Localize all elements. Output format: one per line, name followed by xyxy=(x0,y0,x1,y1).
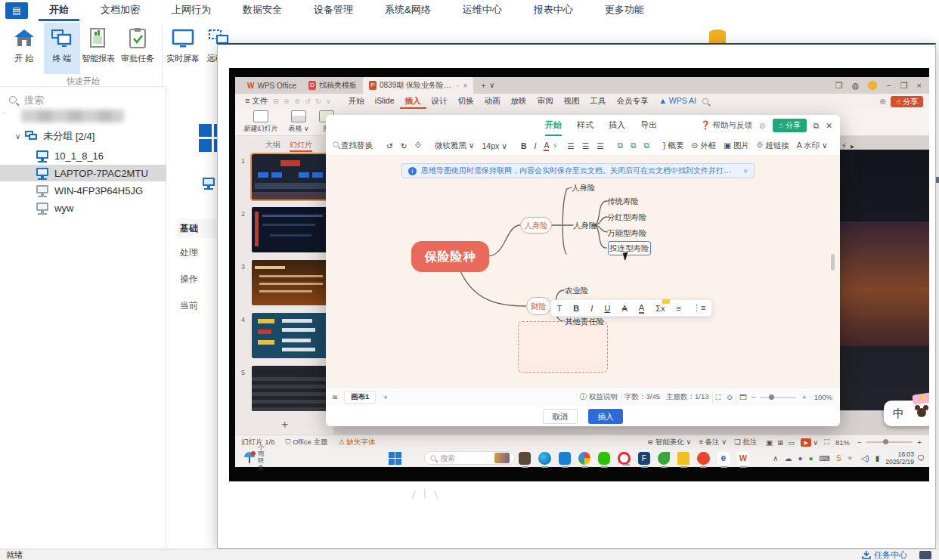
align-center-icon[interactable]: ☰ xyxy=(582,141,589,150)
taskbar-search-input[interactable] xyxy=(440,454,493,463)
history-icon[interactable]: ⊘ xyxy=(759,121,766,130)
app-logo-icon[interactable]: ▤ xyxy=(5,2,28,19)
wps-menu-item[interactable]: 动画 xyxy=(479,94,506,109)
italic-icon[interactable]: I xyxy=(535,141,537,150)
outline-tab[interactable]: 大纲 xyxy=(265,140,280,152)
edge-icon[interactable] xyxy=(538,452,550,465)
device-row[interactable]: 10_1_8_16 xyxy=(0,147,166,164)
approval-task-button[interactable]: 审批任务 xyxy=(119,23,156,74)
zoom-in-icon[interactable]: ＋ xyxy=(916,438,924,447)
zoom-value[interactable]: 81% xyxy=(835,438,850,447)
menu-doc-encrypt[interactable]: 文档加密 xyxy=(90,0,150,21)
font-color-icon[interactable]: A xyxy=(544,141,549,151)
mindmap-canvas[interactable]: i 思维导图使用时需保持联网，内容会实时保存至云文档。关闭后可在云文档中找到文件… xyxy=(326,156,840,387)
ie-icon[interactable]: e xyxy=(717,452,730,465)
help-feedback-link[interactable]: ❓ 帮助与反馈 xyxy=(700,120,752,131)
upload-circle-icon[interactable]: ⊕ xyxy=(879,97,886,106)
lang-tray-icon[interactable]: ⌨ xyxy=(820,454,830,463)
wechat-icon[interactable] xyxy=(598,452,610,465)
menu-system-network[interactable]: 系统&网络 xyxy=(374,0,442,21)
insert-image-button[interactable]: ▣ 图片 xyxy=(724,141,749,151)
fullscreen-icon[interactable]: ⛶ xyxy=(716,393,721,402)
slide-thumbnail-3[interactable] xyxy=(252,260,330,305)
close-icon[interactable]: × xyxy=(917,81,922,90)
locate-icon[interactable]: ⊙ xyxy=(727,393,733,401)
normal-view-icon[interactable]: ▣ xyxy=(766,438,773,447)
device-group-row[interactable]: ∨ 未分组 [2/4] xyxy=(0,128,166,144)
device-row[interactable]: WIN-4FP3P64H5JG xyxy=(0,182,166,199)
zoom-out-icon[interactable]: − xyxy=(857,438,862,447)
remote-screen-viewport[interactable]: W WPS Office D 找稿类模板 P 0839期 保险业务险种分类。 ◦… xyxy=(229,68,929,481)
chevron-down-icon[interactable]: ∨ xyxy=(813,438,818,447)
restore-icon[interactable]: ❐ xyxy=(900,81,908,91)
wps-menu-item[interactable]: 开始 xyxy=(343,94,370,109)
insert-button[interactable]: 插入 xyxy=(588,409,623,424)
mini-window-icon[interactable] xyxy=(919,551,931,559)
slide-thumbnail-2[interactable] xyxy=(252,207,330,252)
menu-home[interactable]: 开始 xyxy=(39,0,79,21)
store-icon[interactable] xyxy=(559,452,571,465)
redacted-root-item[interactable] xyxy=(21,110,124,122)
wps-file-menu[interactable]: ≡ 文件 xyxy=(240,94,273,109)
mindmap-leaf[interactable]: 农业险 xyxy=(565,286,589,296)
comments-button[interactable]: ❏ 批注 xyxy=(734,438,757,447)
align-left-icon[interactable]: ☰ xyxy=(567,141,574,150)
volume-icon[interactable]: ◁) xyxy=(861,454,869,463)
minimap-icon[interactable]: 🗔 xyxy=(739,393,747,401)
mindmap-group-frame[interactable] xyxy=(518,321,608,373)
wps-menu-item[interactable]: 审阅 xyxy=(532,94,559,109)
minimize-icon[interactable]: − xyxy=(886,81,891,90)
close-tab-icon[interactable]: × xyxy=(463,82,468,90)
tray-expand-icon[interactable]: ∧ xyxy=(773,454,778,463)
start-button-win[interactable] xyxy=(389,452,417,465)
theme-label[interactable]: ⛉ Office 主题 xyxy=(285,438,327,447)
slide-thumbnail-5[interactable] xyxy=(252,366,330,411)
align-right-icon[interactable]: ☰ xyxy=(597,141,603,150)
purple-tray-icon[interactable]: ● xyxy=(798,454,802,463)
cancel-button[interactable]: 取消 xyxy=(543,409,578,424)
wps-menu-item[interactable]: 视图 xyxy=(559,94,585,109)
sogou-tray-icon[interactable]: S xyxy=(836,454,841,463)
wps-menu-item[interactable]: 切换 xyxy=(453,94,479,109)
dialog-tab-insert[interactable]: 插入 xyxy=(609,115,625,136)
wps-menu-item[interactable]: 工具 xyxy=(585,94,612,109)
tree-root-expander[interactable]: ` xyxy=(3,113,5,121)
mindmap-leaf[interactable]: 其他责任险 xyxy=(565,317,605,327)
wps-menu-item[interactable]: 设计 xyxy=(426,94,453,109)
opera-icon[interactable] xyxy=(618,452,631,465)
quick-save-icons[interactable]: ⊟ ⊖ ⊜ ↺ ↻ ∨ xyxy=(273,97,333,105)
watermark-button[interactable]: A 水印 ∨ xyxy=(797,141,828,151)
toolbar-more-icon[interactable]: ▸ xyxy=(851,141,854,150)
flash-icon[interactable]: ⚡ xyxy=(841,141,847,150)
zoom-in-icon[interactable]: ＋ xyxy=(801,392,808,402)
search-icon[interactable] xyxy=(702,98,708,104)
green-tray-icon[interactable]: ● xyxy=(808,454,813,463)
wps-menu-item-insert[interactable]: 插入 xyxy=(400,94,426,109)
insert-subtopic-icon[interactable]: ⧉ xyxy=(631,141,637,150)
canvas-scrollbar[interactable] xyxy=(831,254,835,271)
mindmap-leaf[interactable]: 万能型寿险 xyxy=(607,228,647,239)
slide-thumbnail-1[interactable] xyxy=(252,154,330,200)
wps-menu-item[interactable]: 放映 xyxy=(506,94,532,109)
avatar[interactable] xyxy=(868,81,877,90)
wps-doc-tab[interactable]: D 找稿类模板 xyxy=(302,77,363,94)
taskbar-search[interactable] xyxy=(424,451,515,465)
smart-report-button[interactable]: 智能报表 xyxy=(80,23,116,74)
cloud-tray-icon[interactable]: ☁ xyxy=(784,454,792,463)
terminal-button[interactable]: 终 端 xyxy=(44,23,80,74)
layers-icon[interactable]: ≋ xyxy=(332,393,338,401)
font-size-select[interactable]: 14px ∨ xyxy=(482,141,507,150)
mindmap-label[interactable]: 人身险 xyxy=(572,183,596,193)
dialog-tab-start[interactable]: 开始 xyxy=(545,115,562,136)
reading-view-icon[interactable]: ▭ xyxy=(788,438,795,447)
leaf-app-icon[interactable] xyxy=(658,452,670,465)
wps-menu-item[interactable]: 会员专享 xyxy=(612,94,654,109)
missing-font-warning[interactable]: ⚠ 缺失字体 xyxy=(338,438,375,447)
realtime-screen-button[interactable]: 实时屏幕 xyxy=(165,23,201,74)
chrome-icon[interactable] xyxy=(578,452,590,465)
text-icon[interactable]: T xyxy=(557,304,562,313)
wps-ai-button[interactable]: ▲ WPS AI xyxy=(654,94,702,109)
sidebar-search[interactable] xyxy=(0,90,166,110)
dialog-share-button[interactable]: ☝ 分享 xyxy=(773,119,807,132)
insert-sibling-icon[interactable]: ⧉ xyxy=(644,141,650,150)
